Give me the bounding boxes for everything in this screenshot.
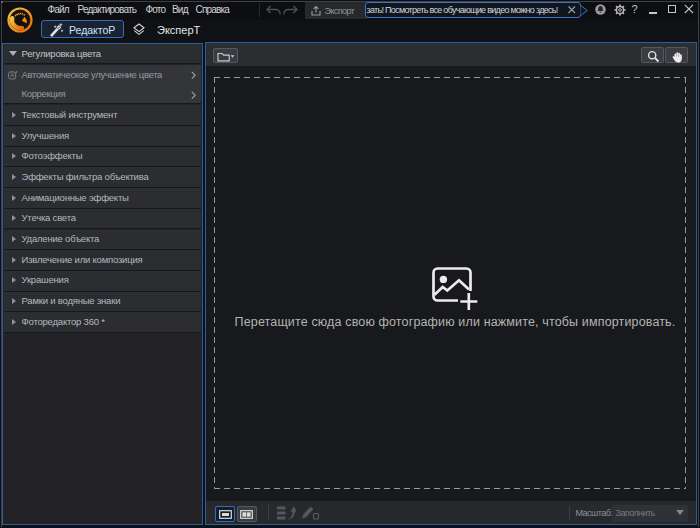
svg-text:AI: AI bbox=[10, 73, 14, 78]
